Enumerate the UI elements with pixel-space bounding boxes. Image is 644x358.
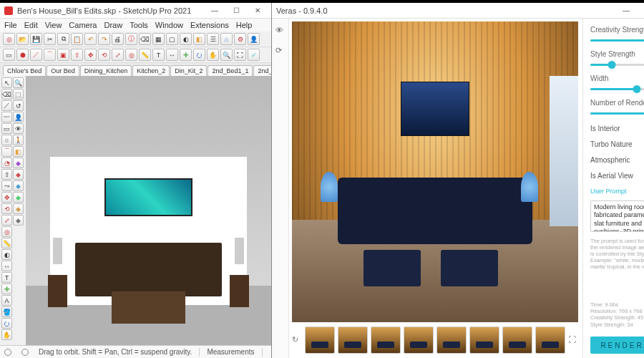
- tape-icon[interactable]: 📏: [139, 49, 151, 61]
- circle-icon[interactable]: ○: [1, 135, 12, 145]
- history-icon[interactable]: ↻: [292, 335, 302, 345]
- thumbnail[interactable]: [305, 326, 335, 354]
- axes-icon[interactable]: ✛: [180, 49, 192, 61]
- extension-icon[interactable]: ⚙: [234, 33, 246, 45]
- menu-item[interactable]: Window: [155, 21, 183, 29]
- close-button[interactable]: ✕: [248, 5, 267, 16]
- ext3-icon[interactable]: ◆: [13, 180, 24, 191]
- dim-icon[interactable]: ↔: [1, 261, 12, 271]
- scene-tab[interactable]: Din_Kit_2: [170, 65, 207, 76]
- menu-item[interactable]: Help: [236, 21, 253, 29]
- save-icon[interactable]: 💾: [30, 33, 42, 45]
- pan-icon[interactable]: ✋: [207, 49, 219, 61]
- push-icon[interactable]: ⇧: [1, 169, 12, 180]
- scene-tab[interactable]: Kitchen_2: [132, 65, 170, 76]
- pie-icon[interactable]: ◔: [1, 158, 12, 168]
- menu-item[interactable]: Extensions: [190, 21, 229, 29]
- scene-tab[interactable]: 2nd_Bed1_1: [208, 65, 253, 76]
- open-icon[interactable]: 📂: [16, 33, 29, 45]
- undo-icon[interactable]: ↶: [84, 33, 97, 45]
- menu-item[interactable]: Edit: [24, 21, 38, 29]
- paint-icon[interactable]: ▦: [152, 33, 165, 45]
- text-icon[interactable]: T: [1, 272, 12, 283]
- slider-track[interactable]: [590, 112, 644, 115]
- max-button[interactable]: ☐: [227, 5, 245, 16]
- zoom-win-icon[interactable]: ⬚: [13, 89, 24, 100]
- sketchup-viewport[interactable]: [26, 76, 271, 345]
- rotate-icon[interactable]: ⟲: [1, 203, 12, 214]
- pan-icon[interactable]: ✋: [1, 329, 12, 340]
- eraser-icon[interactable]: ⌫: [1, 89, 12, 100]
- thumbnail[interactable]: [502, 326, 532, 354]
- select-icon[interactable]: ▭: [3, 49, 15, 61]
- line-icon[interactable]: ／: [30, 49, 42, 61]
- redo-icon[interactable]: ↷: [98, 33, 110, 45]
- offset-icon[interactable]: ◎: [1, 226, 12, 237]
- min-button[interactable]: —: [617, 5, 635, 16]
- new-icon[interactable]: ◎: [3, 33, 15, 45]
- login-icon[interactable]: 👤: [248, 33, 260, 45]
- scene-tab[interactable]: 2nd_Office_1: [253, 65, 271, 76]
- freehand-icon[interactable]: 〰: [1, 112, 12, 122]
- protractor-icon[interactable]: ◐: [1, 249, 12, 260]
- ext5-icon[interactable]: ◆: [13, 203, 24, 214]
- print-icon[interactable]: 🖨: [112, 33, 124, 45]
- offset-icon[interactable]: ◎: [125, 49, 137, 61]
- cut-icon[interactable]: ✂: [44, 33, 56, 45]
- section-icon[interactable]: ◧: [193, 33, 205, 45]
- veras-launch-icon[interactable]: ✓: [248, 49, 260, 61]
- thumbnail[interactable]: [338, 326, 368, 354]
- tape-icon[interactable]: 📏: [1, 238, 12, 248]
- push-icon[interactable]: ⇧: [71, 49, 83, 61]
- follow-icon[interactable]: ⤳: [1, 180, 12, 191]
- thumbnail[interactable]: [535, 326, 565, 354]
- zoom-icon[interactable]: 🔍: [220, 49, 233, 61]
- prev-icon[interactable]: ↺: [13, 100, 24, 111]
- ext4-icon[interactable]: ◆: [13, 192, 24, 203]
- scene-tab[interactable]: Our Bed: [47, 65, 79, 76]
- scene-tab[interactable]: Chloe's Bed: [3, 65, 46, 76]
- min-button[interactable]: —: [205, 5, 224, 16]
- component-icon[interactable]: ⬢: [16, 49, 29, 61]
- max-button[interactable]: ☐: [638, 5, 644, 16]
- veras-titlebar[interactable]: Veras - 0.9.4.0 — ☐ ✕: [272, 3, 644, 19]
- eye-icon[interactable]: 👁: [275, 26, 286, 36]
- dim-icon[interactable]: ↔: [166, 49, 178, 61]
- scene-tab[interactable]: Dining_Kitchen: [80, 65, 132, 76]
- style-icon[interactable]: ▢: [166, 33, 178, 45]
- prompt-input[interactable]: Modern living room with 3d fabricated pa…: [590, 200, 644, 232]
- axes-icon[interactable]: ✛: [1, 284, 12, 294]
- model-info-icon[interactable]: ⓘ: [125, 33, 137, 45]
- orbit-icon[interactable]: ⭮: [1, 318, 12, 329]
- ext2-icon[interactable]: ◆: [13, 169, 24, 180]
- paint-icon[interactable]: 🪣: [1, 306, 12, 317]
- shadow-icon[interactable]: ◐: [180, 33, 192, 45]
- position-cam-icon[interactable]: 👤: [13, 112, 24, 122]
- zoom-extents-icon[interactable]: ⛶: [234, 49, 246, 61]
- rect-icon[interactable]: ▭: [1, 123, 12, 134]
- ext1-icon[interactable]: ◆: [13, 158, 24, 168]
- arc-icon[interactable]: ⌒: [44, 49, 56, 61]
- slider-track[interactable]: [590, 39, 644, 42]
- render-button[interactable]: RENDER: [590, 337, 644, 354]
- slider-thumb[interactable]: [633, 85, 641, 93]
- arc-icon[interactable]: ⌒: [1, 146, 12, 157]
- warehouse-icon[interactable]: ⌂: [220, 33, 233, 45]
- menu-item[interactable]: Draw: [104, 21, 122, 29]
- slider-track[interactable]: [590, 64, 644, 66]
- thumbnail[interactable]: [404, 326, 434, 354]
- 3dtext-icon[interactable]: A: [1, 295, 12, 306]
- thumbnail[interactable]: [469, 326, 499, 354]
- scale-icon[interactable]: ⤢: [1, 215, 12, 226]
- orbit-icon[interactable]: ⭮: [193, 49, 205, 61]
- menu-item[interactable]: File: [4, 21, 17, 29]
- menu-item[interactable]: View: [45, 21, 62, 29]
- slider-track[interactable]: [590, 88, 644, 90]
- copy-icon[interactable]: ⧉: [57, 33, 69, 45]
- move-icon[interactable]: ✥: [84, 49, 97, 61]
- eraser-icon[interactable]: ⌫: [139, 33, 151, 45]
- render-preview[interactable]: [292, 21, 578, 322]
- shape-icon[interactable]: ▣: [57, 49, 69, 61]
- thumbnail[interactable]: [436, 326, 467, 354]
- line-icon[interactable]: ／: [1, 100, 12, 111]
